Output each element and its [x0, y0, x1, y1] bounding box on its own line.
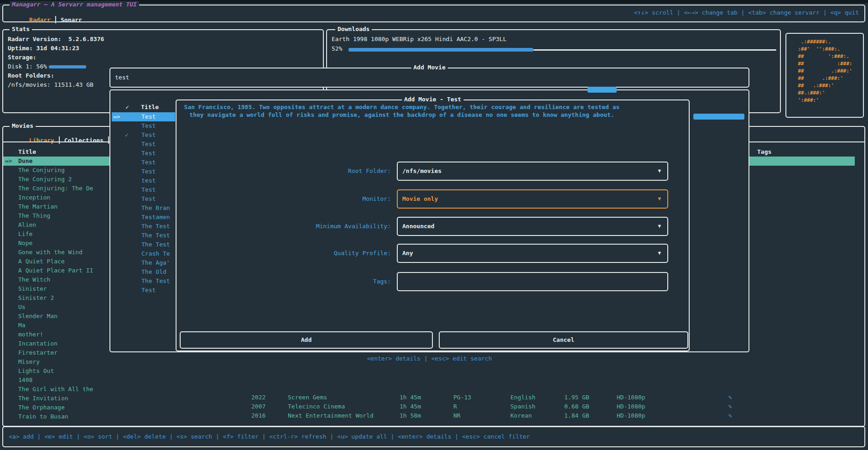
movie-row[interactable]: Ma	[18, 321, 93, 330]
movie-row[interactable]: The Conjuring: The De	[18, 184, 93, 193]
description-line: San Francisco, 1985. Two opposites attra…	[182, 103, 621, 111]
result-row[interactable]: Test	[141, 194, 170, 204]
result-row[interactable]: The Test	[141, 240, 170, 249]
root-folder-value: /nfs/movies: 11511.43 GB	[8, 81, 94, 88]
movie-row[interactable]: Misery	[18, 357, 93, 366]
result-row[interactable]: Test	[141, 149, 170, 158]
movie-row[interactable]: A Quiet Place Part II	[18, 266, 93, 275]
field-tags: Tags:	[177, 272, 678, 291]
selected-result-title: Test	[141, 112, 156, 121]
cell-size: 0.68 GB	[564, 403, 589, 410]
tab-collections[interactable]: Collections	[64, 137, 104, 144]
column-header-title[interactable]: Title	[18, 147, 36, 157]
result-row[interactable]: The Test	[141, 277, 170, 286]
cancel-button[interactable]: Cancel	[439, 331, 688, 349]
add-button[interactable]: Add	[180, 331, 433, 349]
cell-runtime: 1h 58m	[400, 412, 421, 419]
results-header-title: Title	[141, 103, 159, 112]
movie-row[interactable]: Sinister 2	[18, 293, 93, 303]
cell-studio: Telecinco Cinema	[288, 403, 345, 410]
movie-row[interactable]: Incantation	[18, 339, 93, 348]
download-item: Earth 1998 1080p WEBRip x265 Hindi AAC2.…	[332, 36, 507, 42]
movie-row[interactable]: A Quiet Place	[18, 257, 93, 266]
field-root-folder: Root Folder: /nfs/movies ▼	[177, 162, 678, 181]
tab-library[interactable]: Library	[29, 137, 54, 144]
movie-row[interactable]: Gone with the Wind	[18, 248, 93, 257]
add-movie-search-title: Add Movie	[411, 64, 447, 71]
tab-radarr[interactable]: Radarr	[29, 16, 51, 23]
minimum-availability-select[interactable]: Announced ▼	[397, 217, 668, 236]
field-monitor: Monitor: Movie only ▼	[177, 189, 678, 209]
result-row[interactable]: The Old	[141, 267, 170, 277]
storage-label: Storage:	[8, 54, 36, 61]
radarr-logo-icon: .:######:. :##' '':###:. ## ':###:. ## :…	[792, 38, 863, 104]
chevron-down-icon: ▼	[658, 218, 661, 235]
movie-row[interactable]: The Conjuring	[18, 166, 93, 175]
table-row[interactable]: 2022 Screen Gems 1h 45m PG-13 English 1.…	[0, 394, 868, 403]
download-pct-label: 52%	[332, 45, 342, 52]
movie-row[interactable]: Alien	[18, 220, 93, 230]
movie-row[interactable]: Slender Man	[18, 312, 93, 321]
tags-input[interactable]	[397, 272, 668, 291]
result-row[interactable]: Test	[141, 185, 170, 194]
cell-studio: Screen Gems	[288, 394, 327, 401]
selection-arrow: =>	[5, 157, 12, 166]
movie-row[interactable]: Firestarter	[18, 348, 93, 357]
chevron-down-icon: ▼	[658, 162, 661, 180]
download-progress-bar	[348, 48, 533, 52]
results-horizontal-scrollbar-thumb[interactable]	[587, 87, 617, 93]
movie-row[interactable]: 1408	[18, 376, 93, 385]
movie-row[interactable]: The Girl with All the	[18, 385, 93, 394]
column-header-tags[interactable]: Tags	[757, 147, 771, 157]
movie-row[interactable]: Sinister	[18, 284, 93, 293]
monitor-label: Monitor:	[177, 189, 391, 209]
movie-row[interactable]: The Conjuring 2	[18, 175, 93, 184]
selected-result-row[interactable]: =>Test	[112, 112, 175, 121]
root-folders-label: Root Folders:	[8, 72, 54, 79]
table-row[interactable]: 2007 Telecinco Cinema 1h 45m R Spanish 0…	[0, 403, 868, 412]
result-row[interactable]: Crash Te	[141, 249, 170, 258]
result-row[interactable]: The Test	[141, 222, 170, 231]
movie-row[interactable]: The Martian	[18, 202, 93, 211]
movie-row[interactable]: Lights Out	[18, 366, 93, 376]
tags-label: Tags:	[177, 272, 391, 291]
radarr-version: Radarr Version: 5.2.6.8376	[8, 36, 104, 42]
result-row[interactable]: ✓Test	[141, 131, 170, 140]
table-scrollbar-thumb[interactable]	[693, 114, 744, 120]
results-header-monitored: ✓	[125, 103, 129, 112]
disk-usage-label: Disk 1: 56%	[8, 63, 47, 70]
minimum-availability-value: Announced	[402, 218, 434, 235]
search-input[interactable]: test	[115, 68, 129, 87]
result-row[interactable]: Test	[141, 167, 170, 176]
result-row[interactable]: test	[141, 176, 170, 185]
result-row[interactable]: The Bran	[141, 204, 170, 213]
top-bar: Managarr — A Servarr management TUI Rada…	[2, 5, 865, 22]
cell-quality: HD-1080p	[617, 394, 645, 401]
field-quality-profile: Quality Profile: Any ▼	[177, 244, 678, 263]
movie-row[interactable]: mother!	[18, 330, 93, 339]
movie-row[interactable]: Inception	[18, 193, 93, 202]
result-row[interactable]: Test	[141, 286, 170, 295]
movie-row[interactable]: Life	[18, 230, 93, 239]
result-row[interactable]: The Aga'	[141, 258, 170, 267]
movie-description: San Francisco, 1985. Two opposites attra…	[182, 103, 621, 119]
result-row[interactable]: Testamen	[141, 213, 170, 222]
quality-profile-select[interactable]: Any ▼	[397, 244, 668, 263]
result-row[interactable]: The Test	[141, 231, 170, 240]
result-row[interactable]: Test	[141, 158, 170, 167]
result-row[interactable]: Test	[141, 140, 170, 149]
tab-sonarr[interactable]: Sonarr	[61, 16, 82, 23]
result-row[interactable]: Test	[141, 121, 170, 131]
movie-row[interactable]: Nope	[18, 239, 93, 248]
root-folder-select[interactable]: /nfs/movies ▼	[397, 162, 668, 181]
popup-keybind-hints: <enter> details | <esc> edit search	[109, 355, 749, 362]
movie-list: The Conjuring The Conjuring 2 The Conjur…	[18, 166, 93, 421]
modal-title: Add Movie - Test	[402, 96, 463, 103]
movie-row[interactable]: The Witch	[18, 275, 93, 284]
table-row[interactable]: 2016 Next Entertainment World 1h 58m NR …	[0, 412, 868, 421]
result-selection-arrow: =>	[113, 112, 120, 121]
monitor-select[interactable]: Movie only ▼	[397, 189, 668, 209]
add-movie-search-box: Add Movie test	[109, 68, 749, 88]
movie-row[interactable]: Us	[18, 303, 93, 312]
movie-row[interactable]: The Thing	[18, 211, 93, 220]
